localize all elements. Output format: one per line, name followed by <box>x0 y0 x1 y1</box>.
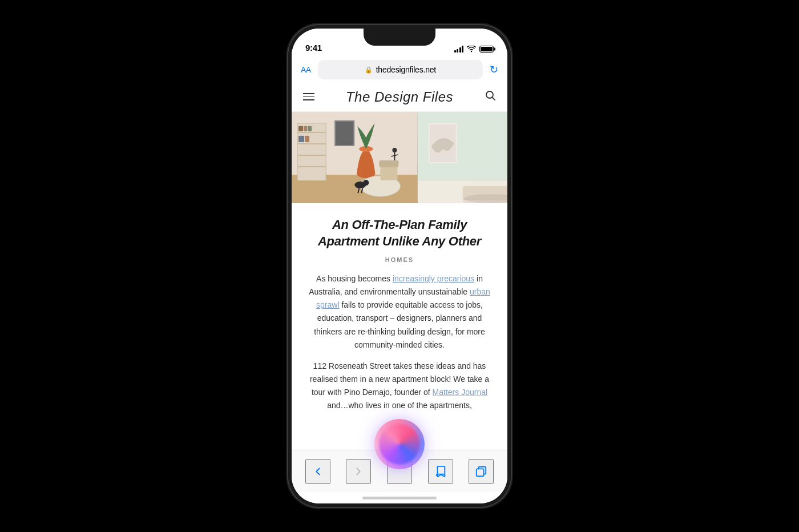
wifi-icon <box>467 46 476 53</box>
back-button[interactable] <box>305 459 330 484</box>
reader-mode-button[interactable]: AA <box>301 65 311 74</box>
svg-rect-27 <box>379 160 398 167</box>
svg-rect-22 <box>336 122 353 145</box>
svg-rect-9 <box>298 126 303 131</box>
battery-icon <box>479 46 494 53</box>
browser-content: The Design Files <box>292 82 507 450</box>
phone-device: 9:41 AA 🔒 thedesignf <box>288 25 511 507</box>
svg-point-24 <box>392 148 397 152</box>
url-text: thedesignfiles.net <box>376 65 436 74</box>
increasingly-precarious-link[interactable]: increasingly precarious <box>393 274 474 283</box>
hero-image-left <box>292 112 418 203</box>
menu-button[interactable] <box>303 93 314 100</box>
svg-rect-11 <box>308 126 312 131</box>
url-field[interactable]: 🔒 thedesignfiles.net <box>318 60 483 79</box>
svg-rect-6 <box>297 143 326 144</box>
siri-button[interactable] <box>374 419 425 469</box>
svg-rect-5 <box>297 132 326 133</box>
article-category: HOMES <box>305 256 494 263</box>
svg-rect-7 <box>297 155 326 156</box>
hero-images <box>292 112 507 203</box>
article-title: An Off-The-Plan Family Apartment Unlike … <box>305 217 494 249</box>
siri-inner <box>379 424 420 465</box>
forward-button[interactable] <box>346 459 371 484</box>
search-button[interactable] <box>485 90 496 104</box>
svg-rect-26 <box>380 166 397 180</box>
svg-rect-12 <box>298 136 304 142</box>
notch <box>364 29 435 46</box>
url-bar: AA 🔒 thedesignfiles.net ↻ <box>292 57 507 82</box>
matters-journal-link[interactable]: Matters Journal <box>433 388 487 397</box>
svg-point-0 <box>486 91 493 98</box>
home-bar <box>362 497 437 499</box>
article-para-2: 112 Roseneath Street takes these ideas a… <box>305 360 494 412</box>
svg-line-1 <box>493 98 495 100</box>
article-body: As housing becomes increasingly precario… <box>305 272 494 412</box>
home-indicator <box>292 492 507 503</box>
svg-rect-10 <box>304 126 307 131</box>
status-time: 9:41 <box>305 43 322 53</box>
article-para-1: As housing becomes increasingly precario… <box>305 272 494 352</box>
site-nav: The Design Files <box>292 82 507 112</box>
svg-rect-4 <box>297 123 326 180</box>
svg-rect-13 <box>305 136 309 142</box>
urban-sprawl-link[interactable]: urban sprawl <box>316 287 490 309</box>
svg-rect-8 <box>297 166 326 167</box>
signal-icon <box>454 46 464 53</box>
status-icons <box>454 46 494 53</box>
bookmarks-button[interactable] <box>428 459 453 484</box>
hero-image-right <box>418 112 508 203</box>
status-bar: 9:41 <box>292 29 507 57</box>
svg-rect-36 <box>477 469 484 476</box>
tabs-button[interactable] <box>469 459 494 484</box>
phone-screen: 9:41 AA 🔒 thedesignf <box>292 29 507 503</box>
reload-button[interactable]: ↻ <box>490 63 498 76</box>
site-title: The Design Files <box>346 89 453 105</box>
svg-point-18 <box>363 180 369 186</box>
lock-icon: 🔒 <box>365 66 373 74</box>
